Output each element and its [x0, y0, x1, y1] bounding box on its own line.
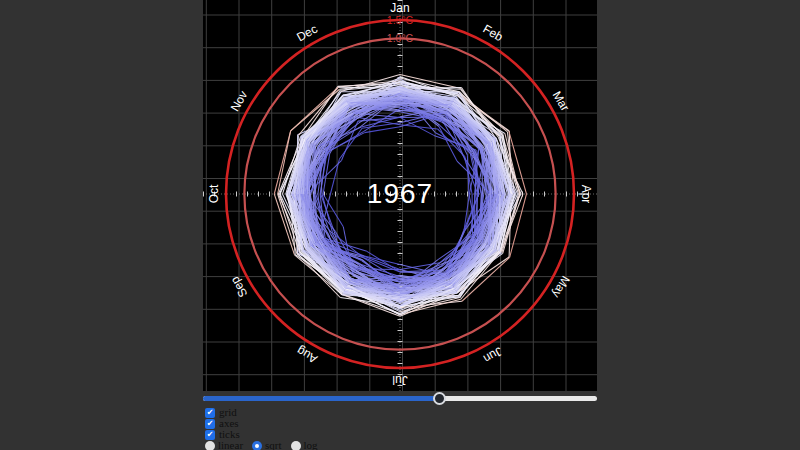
radio-log[interactable] — [291, 441, 301, 450]
checkbox-row-grid: ✔grid — [205, 407, 597, 418]
radio-item-log: log — [291, 440, 318, 450]
checkbox-row-ticks: ✔ticks — [205, 429, 597, 440]
threshold-label-1p5: 1.5°C — [387, 14, 414, 26]
axis-ticks — [203, 0, 597, 391]
spiral-canvas: 1.5°C1.0°CJanFebMarAprMayJunJulAugSepOct… — [203, 0, 597, 391]
radio-item-linear: linear — [205, 440, 243, 450]
control-panel: ✔grid✔axes✔ticks linearsqrtlog — [203, 391, 597, 450]
radio-label-sqrt: sqrt — [265, 440, 282, 450]
year-slider[interactable] — [203, 391, 597, 406]
checkbox-grid[interactable]: ✔ — [205, 408, 215, 418]
month-label-jan: Jan — [390, 1, 409, 15]
radio-linear[interactable] — [205, 441, 215, 450]
checkbox-ticks[interactable]: ✔ — [205, 430, 215, 440]
scale-radio-group: linearsqrtlog — [205, 440, 597, 450]
radio-sqrt[interactable] — [252, 441, 262, 450]
month-label-oct: Oct — [207, 184, 221, 203]
month-labels: JanFebMarAprMayJunJulAugSepOctNovDec — [207, 1, 593, 387]
radio-label-log: log — [304, 440, 318, 450]
year-segment — [347, 102, 400, 103]
threshold-label-1p0: 1.0°C — [387, 32, 414, 44]
month-label-jul: Jul — [392, 373, 407, 387]
radio-label-linear: linear — [218, 440, 243, 450]
radio-item-sqrt: sqrt — [252, 440, 282, 450]
radial-chart: 1.5°C1.0°CJanFebMarAprMayJunJulAugSepOct… — [203, 0, 597, 391]
slider-track[interactable] — [203, 396, 597, 401]
year-segment — [400, 117, 434, 135]
slider-fill — [203, 396, 439, 401]
checkbox-group: ✔grid✔axes✔ticks — [203, 407, 597, 440]
checkbox-row-axes: ✔axes — [205, 418, 597, 429]
climate-spiral-app: 1.5°C1.0°CJanFebMarAprMayJunJulAugSepOct… — [0, 0, 800, 450]
month-label-apr: Apr — [579, 185, 593, 204]
checkbox-axes[interactable]: ✔ — [205, 419, 215, 429]
slider-thumb[interactable] — [433, 392, 446, 405]
